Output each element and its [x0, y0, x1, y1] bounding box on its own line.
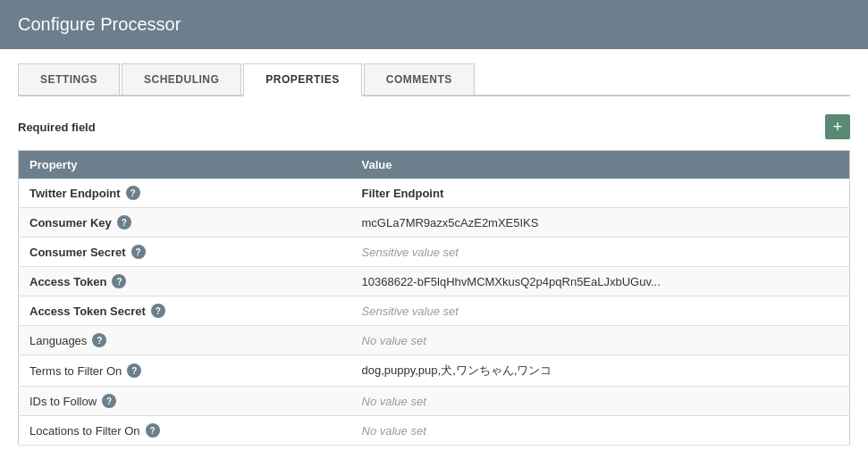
property-name: Twitter Endpoint	[29, 187, 121, 200]
value-cell[interactable]: 10368622-bF5lqHhvMCMXkusQ2p4pqRn5EaLJxbU…	[351, 267, 796, 296]
table-row: Access Token?10368622-bF5lqHhvMCMXkusQ2p…	[19, 267, 850, 296]
property-cell: Access Token Secret?	[19, 296, 351, 326]
help-icon[interactable]: ?	[102, 394, 116, 408]
property-name: Consumer Secret	[29, 246, 126, 259]
help-icon[interactable]: ?	[92, 333, 106, 347]
help-icon[interactable]: ?	[126, 186, 140, 200]
value-cell[interactable]: No value set	[351, 326, 796, 355]
table-body: Twitter Endpoint?Filter EndpointConsumer…	[19, 179, 850, 446]
tab-properties[interactable]: PROPERTIES	[243, 63, 361, 96]
table-row: Locations to Filter On?No value set	[19, 416, 850, 446]
help-icon[interactable]: ?	[127, 363, 141, 378]
value-cell[interactable]: dog,puppy,pup,犬,ワンちゃん,ワンコ	[351, 355, 796, 387]
page-title: Configure Processor	[18, 14, 850, 35]
property-value: No value set	[362, 395, 426, 408]
table-row: Consumer Key?mcGLa7MR9azx5cAzE2mXE5IKS	[19, 208, 850, 238]
properties-table: Property Value Twitter Endpoint?Filter E…	[18, 150, 850, 446]
property-cell: Consumer Secret?	[19, 238, 351, 267]
page-header: Configure Processor	[0, 0, 868, 49]
action-cell	[796, 416, 850, 446]
action-cell	[796, 179, 850, 208]
property-name: Consumer Key	[29, 216, 112, 230]
property-cell: Consumer Key?	[19, 208, 351, 238]
value-cell[interactable]: No value set	[351, 416, 796, 446]
tab-comments[interactable]: COMMENTS	[364, 63, 475, 95]
value-cell[interactable]: Sensitive value set	[351, 296, 796, 326]
tab-scheduling[interactable]: SCHEDULING	[122, 63, 241, 95]
action-cell	[796, 326, 850, 355]
property-value: Sensitive value set	[362, 246, 459, 259]
required-field-label: Required field	[18, 121, 96, 134]
table-row: Access Token Secret?Sensitive value set	[19, 296, 850, 326]
property-cell: Terms to Filter On?	[19, 355, 351, 387]
property-name: Locations to Filter On	[29, 424, 140, 438]
table-row: IDs to Follow?No value set	[19, 387, 850, 416]
property-value: mcGLa7MR9azx5cAzE2mXE5IKS	[362, 216, 539, 230]
property-value: 10368622-bF5lqHhvMCMXkusQ2p4pqRn5EaLJxbU…	[362, 275, 661, 288]
property-value: No value set	[362, 424, 426, 438]
action-cell	[796, 267, 850, 296]
add-property-button[interactable]: +	[825, 114, 850, 139]
property-cell: Languages?	[19, 326, 351, 355]
help-icon[interactable]: ?	[146, 423, 160, 438]
help-icon[interactable]: ?	[117, 215, 131, 230]
property-value: No value set	[362, 334, 426, 347]
column-actions	[796, 151, 850, 179]
app-container: Configure Processor SETTINGS SCHEDULING …	[0, 0, 868, 459]
table-row: Terms to Filter On?dog,puppy,pup,犬,ワンちゃん…	[19, 355, 850, 387]
table-row: Consumer Secret?Sensitive value set	[19, 238, 850, 267]
help-icon[interactable]: ?	[131, 245, 146, 259]
value-cell[interactable]: Filter Endpoint	[351, 179, 796, 208]
column-property: Property	[19, 151, 351, 179]
property-value: Sensitive value set	[362, 305, 459, 318]
value-cell[interactable]: mcGLa7MR9azx5cAzE2mXE5IKS	[351, 208, 796, 238]
action-cell	[796, 208, 850, 238]
value-cell[interactable]: No value set	[351, 387, 796, 416]
property-value: Filter Endpoint	[362, 187, 444, 200]
action-cell	[796, 387, 850, 416]
main-content: SETTINGS SCHEDULING PROPERTIES COMMENTS …	[0, 49, 868, 459]
property-name: Terms to Filter On	[29, 364, 122, 378]
property-cell: Twitter Endpoint?	[19, 179, 351, 208]
action-cell	[796, 238, 850, 267]
property-name: IDs to Follow	[29, 395, 97, 408]
action-cell	[796, 296, 850, 326]
property-cell: Locations to Filter On?	[19, 416, 351, 446]
property-name: Access Token Secret	[29, 305, 146, 318]
property-value: dog,puppy,pup,犬,ワンちゃん,ワンコ	[362, 363, 552, 377]
property-name: Access Token	[29, 275, 106, 288]
property-cell: Access Token?	[19, 267, 351, 296]
property-name: Languages	[29, 334, 87, 347]
value-cell[interactable]: Sensitive value set	[351, 238, 796, 267]
required-field-row: Required field +	[18, 111, 850, 143]
table-row: Languages?No value set	[19, 326, 850, 355]
action-cell	[796, 355, 850, 387]
tab-settings[interactable]: SETTINGS	[18, 63, 120, 95]
help-icon[interactable]: ?	[112, 274, 126, 288]
table-row: Twitter Endpoint?Filter Endpoint	[19, 179, 850, 208]
column-value: Value	[351, 151, 796, 179]
tab-bar: SETTINGS SCHEDULING PROPERTIES COMMENTS	[18, 63, 850, 96]
table-header: Property Value	[19, 151, 850, 179]
help-icon[interactable]: ?	[151, 304, 165, 318]
property-cell: IDs to Follow?	[19, 387, 351, 416]
